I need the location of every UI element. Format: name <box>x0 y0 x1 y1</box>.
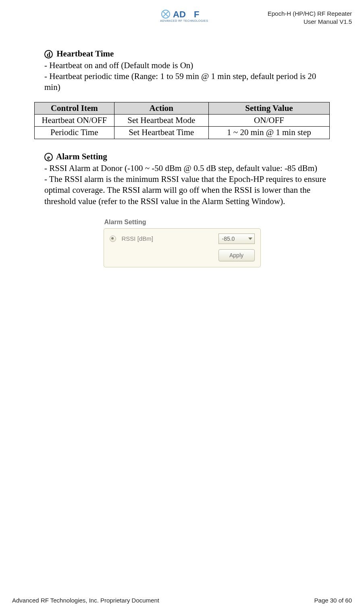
section-e-body: - RSSI Alarm at Donor (-100 ~ -50 dBm @ … <box>44 163 330 207</box>
page-header: ADRF ADVANCED RF TECHNOLOGIES Epoch-H (H… <box>12 8 352 26</box>
section-d-title-text: Heartbeat Time <box>56 49 114 58</box>
doc-line: User Manual V1.5 <box>268 18 352 26</box>
th-setting-value: Setting Value <box>208 102 329 114</box>
footer-right: Page 30 of 60 <box>314 597 352 604</box>
section-d-line2: - Heartbeat periodic time (Range: 1 to 5… <box>44 71 330 93</box>
table-header-row: Control Item Action Setting Value <box>35 102 330 114</box>
header-meta: Epoch-H (HP/HC) RF Repeater User Manual … <box>268 8 352 26</box>
rssi-field-row: RSSI [dBm] -85.0 <box>110 233 255 244</box>
cell: Periodic Time <box>35 127 114 139</box>
rssi-dropdown[interactable]: -85.0 <box>218 233 255 244</box>
alarm-setting-panel: Alarm Setting RSSI [dBm] -85.0 Apply <box>104 218 261 267</box>
apply-button[interactable]: Apply <box>218 249 255 261</box>
section-e-title: e Alarm Setting <box>44 151 330 162</box>
th-control-item: Control Item <box>35 102 114 114</box>
product-line: Epoch-H (HP/HC) RF Repeater <box>268 10 352 18</box>
svg-text:AD: AD <box>173 9 186 19</box>
section-d-marker-icon: d <box>44 50 53 58</box>
section-e-line2: - The RSSI alarm is the minimum RSSI val… <box>44 174 330 207</box>
rssi-radio-icon[interactable] <box>110 236 116 242</box>
rssi-field-label: RSSI [dBm] <box>122 235 218 243</box>
cell: Heartbeat ON/OFF <box>35 114 114 126</box>
section-d-line1: - Heartbeat on and off (Default mode is … <box>44 60 330 71</box>
rssi-dropdown-value: -85.0 <box>222 235 235 242</box>
cell: 1 ~ 20 min @ 1 min step <box>208 127 329 139</box>
cell: ON/OFF <box>208 114 329 126</box>
footer-left: Advanced RF Technologies, Inc. Proprieta… <box>12 597 159 604</box>
section-d-title: d Heartbeat Time <box>44 48 330 59</box>
page-footer: Advanced RF Technologies, Inc. Proprieta… <box>12 597 352 604</box>
section-d-body: - Heartbeat on and off (Default mode is … <box>44 60 330 93</box>
section-e-title-text: Alarm Setting <box>56 152 107 161</box>
table-row: Heartbeat ON/OFF Set Heartbeat Mode ON/O… <box>35 114 330 126</box>
adrf-logo-icon: ADRF <box>160 8 208 20</box>
alarm-panel-title: Alarm Setting <box>104 218 261 227</box>
section-e-marker-icon: e <box>44 153 53 161</box>
chevron-down-icon <box>248 238 252 240</box>
svg-text:F: F <box>194 9 199 19</box>
control-table: Control Item Action Setting Value Heartb… <box>34 102 330 139</box>
logo: ADRF ADVANCED RF TECHNOLOGIES <box>101 8 268 23</box>
table-row: Periodic Time Set Heartbeat Time 1 ~ 20 … <box>35 127 330 139</box>
cell: Set Heartbeat Mode <box>114 114 208 126</box>
section-e-line1: - RSSI Alarm at Donor (-100 ~ -50 dBm @ … <box>44 163 330 174</box>
logo-subtitle: ADVANCED RF TECHNOLOGIES <box>160 19 208 22</box>
cell: Set Heartbeat Time <box>114 127 208 139</box>
th-action: Action <box>114 102 208 114</box>
